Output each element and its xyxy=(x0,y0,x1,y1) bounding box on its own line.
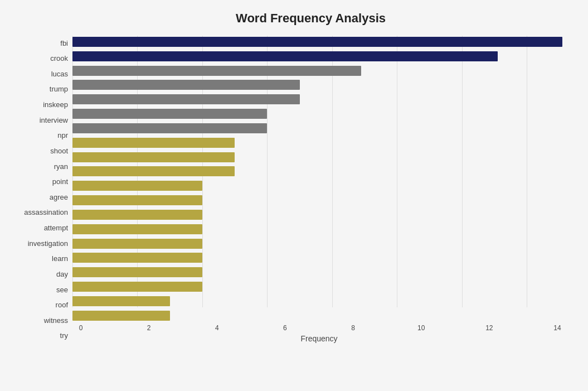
y-axis-label: assassination xyxy=(24,205,68,220)
chart-title: Word Frequency Analysis xyxy=(56,11,566,26)
bar-row xyxy=(72,223,566,235)
bar-row xyxy=(72,151,566,163)
x-axis-title: Frequency xyxy=(72,334,566,343)
bar xyxy=(72,224,202,234)
y-axis-label: attempt xyxy=(44,221,68,235)
bar xyxy=(72,282,202,292)
y-axis-label: see xyxy=(56,282,68,297)
bar xyxy=(72,210,202,220)
y-axis-label: fbi xyxy=(60,36,68,50)
bar xyxy=(72,267,202,277)
bar xyxy=(72,253,202,263)
bar xyxy=(72,152,235,162)
x-tick-label: 4 xyxy=(208,324,225,332)
bar xyxy=(72,296,170,306)
y-axis-label: interview xyxy=(40,113,68,127)
y-axis-label: lucas xyxy=(51,66,68,81)
bar-row xyxy=(72,36,566,48)
bar-row xyxy=(72,252,566,264)
bar-row xyxy=(72,281,566,293)
x-tick-label: 12 xyxy=(481,324,498,332)
bar-row xyxy=(72,93,566,105)
y-axis-label: agree xyxy=(50,190,68,204)
x-tick-label: 0 xyxy=(72,324,89,332)
bar-row xyxy=(72,65,566,77)
bar xyxy=(72,311,170,321)
bar-row xyxy=(72,180,566,192)
y-axis-label: crook xyxy=(50,51,68,66)
x-tick-label: 14 xyxy=(549,324,566,332)
y-axis-label: learn xyxy=(52,252,68,266)
y-axis-label: shoot xyxy=(50,143,68,158)
bar-row xyxy=(72,165,566,177)
bar-row xyxy=(72,310,566,322)
bar xyxy=(72,80,300,90)
x-tick-label: 10 xyxy=(413,324,430,332)
bar-row xyxy=(72,238,566,250)
y-axis-label: try xyxy=(60,329,68,343)
bar xyxy=(72,239,202,249)
bar xyxy=(72,123,267,133)
bar-row xyxy=(72,50,566,62)
chart-area: fbicrooklucastrumpinskeepinterviewnprsho… xyxy=(11,36,566,343)
x-tick-label: 2 xyxy=(140,324,157,332)
bar xyxy=(72,37,562,47)
y-axis-label: ryan xyxy=(54,159,68,173)
bar xyxy=(72,109,267,119)
bar-row xyxy=(72,209,566,221)
y-axis-label: investigation xyxy=(28,236,68,250)
y-axis-label: trump xyxy=(50,82,68,96)
bar xyxy=(72,138,235,148)
bar-row xyxy=(72,194,566,206)
x-tick-label: 6 xyxy=(276,324,293,332)
bar-row xyxy=(72,79,566,91)
y-axis-label: npr xyxy=(57,128,68,143)
bar xyxy=(72,166,235,176)
bars-wrapper xyxy=(72,36,566,322)
bar xyxy=(72,181,202,191)
bar-row xyxy=(72,266,566,278)
y-axis-label: day xyxy=(56,267,68,281)
bar-row xyxy=(72,108,566,120)
bar-row xyxy=(72,137,566,149)
bar xyxy=(72,51,498,61)
y-axis: fbicrooklucastrumpinskeepinterviewnprsho… xyxy=(11,36,72,343)
bar xyxy=(72,66,361,76)
bar xyxy=(72,94,300,104)
y-axis-label: point xyxy=(52,175,68,189)
y-axis-label: inskeep xyxy=(43,98,68,112)
bar xyxy=(72,195,202,205)
bar-row xyxy=(72,122,566,134)
y-axis-label: roof xyxy=(56,298,68,312)
x-tick-label: 8 xyxy=(345,324,362,332)
bar-row xyxy=(72,295,566,307)
chart-container: Word Frequency Analysis fbicrooklucastru… xyxy=(0,0,588,391)
y-axis-label: witness xyxy=(44,313,68,327)
